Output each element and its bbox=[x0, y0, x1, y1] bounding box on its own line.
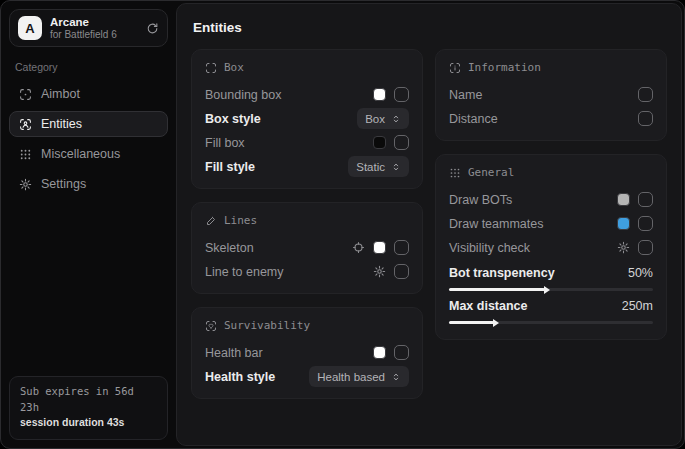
setting-row: Fill style Static bbox=[205, 156, 409, 177]
gear-icon[interactable] bbox=[617, 241, 630, 254]
health-bar-checkbox[interactable] bbox=[394, 345, 409, 360]
sub-expires-text: Sub expires in 56d 23h bbox=[20, 384, 157, 416]
sidebar-item-label: Aimbot bbox=[41, 87, 80, 101]
max-distance-slider[interactable] bbox=[449, 321, 653, 324]
app-logo: A bbox=[18, 16, 42, 40]
health-style-select[interactable]: Health based bbox=[309, 366, 409, 387]
color-swatch[interactable] bbox=[617, 193, 630, 206]
setting-row: Bot transpenency 50% bbox=[449, 266, 653, 291]
setting-label: Health style bbox=[205, 370, 275, 384]
information-section: Information Name Distance bbox=[435, 49, 667, 141]
setting-row: Skeleton bbox=[205, 237, 409, 258]
color-swatch[interactable] bbox=[373, 136, 386, 149]
sidebar-item-aimbot[interactable]: Aimbot bbox=[9, 81, 168, 107]
sidebar-item-label: Entities bbox=[41, 117, 82, 131]
grid-icon bbox=[449, 167, 461, 179]
slider-fill[interactable] bbox=[449, 288, 545, 291]
subscription-info: Sub expires in 56d 23h session duration … bbox=[9, 376, 168, 440]
account-card[interactable]: A Arcane for Battlefield 6 bbox=[9, 9, 168, 47]
setting-row: Health bar bbox=[205, 342, 409, 363]
page-title: Entities bbox=[193, 20, 665, 35]
setting-row: Bounding box bbox=[205, 84, 409, 105]
fill-style-select[interactable]: Static bbox=[348, 156, 409, 177]
sidebar-item-settings[interactable]: Settings bbox=[9, 171, 168, 197]
setting-label: Health bar bbox=[205, 346, 263, 360]
setting-row: Draw teammates bbox=[449, 213, 653, 234]
draw-teammates-checkbox[interactable] bbox=[638, 216, 653, 231]
setting-label: Fill style bbox=[205, 160, 255, 174]
person-scan-icon bbox=[19, 118, 32, 131]
sidebar-item-miscellaneous[interactable]: Miscellaneous bbox=[9, 141, 168, 167]
app-window: A Arcane for Battlefield 6 Category Aimb… bbox=[0, 0, 685, 449]
color-swatch[interactable] bbox=[373, 88, 386, 101]
app-subtitle: for Battlefield 6 bbox=[50, 29, 138, 41]
slider-value: 50% bbox=[628, 266, 653, 280]
chevron-updown-icon bbox=[391, 372, 401, 382]
app-name: Arcane bbox=[50, 16, 138, 29]
color-swatch[interactable] bbox=[373, 241, 386, 254]
setting-label: Visibility check bbox=[449, 241, 530, 255]
box-section: Box Bounding box Box style Box bbox=[191, 49, 423, 189]
gear-icon bbox=[19, 178, 32, 191]
color-swatch[interactable] bbox=[617, 217, 630, 230]
brackets-icon bbox=[205, 62, 217, 74]
fill-box-checkbox[interactable] bbox=[394, 135, 409, 150]
reticle-icon[interactable] bbox=[352, 241, 365, 254]
setting-row: Distance bbox=[449, 108, 653, 129]
setting-row: Fill box bbox=[205, 132, 409, 153]
setting-label: Line to enemy bbox=[205, 265, 284, 279]
sidebar-item-label: Miscellaneous bbox=[41, 147, 120, 161]
sidebar-item-entities[interactable]: Entities bbox=[9, 111, 168, 137]
slider-value: 250m bbox=[622, 299, 653, 313]
box-style-select[interactable]: Box bbox=[357, 108, 409, 129]
setting-row: Line to enemy bbox=[205, 261, 409, 282]
heart-scan-icon bbox=[205, 320, 217, 332]
section-title: Survivability bbox=[224, 319, 310, 332]
name-checkbox[interactable] bbox=[638, 87, 653, 102]
refresh-icon[interactable] bbox=[146, 22, 159, 35]
gear-icon[interactable] bbox=[373, 265, 386, 278]
category-label: Category bbox=[15, 61, 162, 73]
bounding-box-checkbox[interactable] bbox=[394, 87, 409, 102]
section-title: General bbox=[468, 166, 514, 179]
line-to-enemy-checkbox[interactable] bbox=[394, 264, 409, 279]
setting-label: Bot transpenency bbox=[449, 266, 555, 280]
setting-row: Health style Health based bbox=[205, 366, 409, 387]
color-swatch[interactable] bbox=[373, 346, 386, 359]
setting-label: Draw BOTs bbox=[449, 193, 512, 207]
section-title: Lines bbox=[224, 214, 257, 227]
visibility-check-checkbox[interactable] bbox=[638, 240, 653, 255]
sidebar: A Arcane for Battlefield 6 Category Aimb… bbox=[1, 1, 176, 448]
crosshair-icon bbox=[19, 88, 32, 101]
slider-fill[interactable] bbox=[449, 321, 494, 324]
setting-label: Name bbox=[449, 88, 482, 102]
draw-bots-checkbox[interactable] bbox=[638, 192, 653, 207]
setting-label: Max distance bbox=[449, 299, 528, 313]
setting-label: Bounding box bbox=[205, 88, 281, 102]
lines-section: Lines Skeleton Line to enemy bbox=[191, 202, 423, 294]
bot-transparency-slider[interactable] bbox=[449, 288, 653, 291]
section-title: Information bbox=[468, 61, 541, 74]
section-title: Box bbox=[224, 61, 244, 74]
distance-checkbox[interactable] bbox=[638, 111, 653, 126]
setting-row: Visibility check bbox=[449, 237, 653, 258]
main-panel: Entities Box Bounding box bbox=[176, 3, 682, 446]
general-section: General Draw BOTs Draw teammates bbox=[435, 154, 667, 340]
setting-row: Draw BOTs bbox=[449, 189, 653, 210]
chevron-updown-icon bbox=[391, 114, 401, 124]
sidebar-nav: Aimbot Entities Miscellaneous Settings bbox=[9, 81, 168, 197]
setting-label: Distance bbox=[449, 112, 498, 126]
skeleton-checkbox[interactable] bbox=[394, 240, 409, 255]
sidebar-item-label: Settings bbox=[41, 177, 86, 191]
setting-label: Skeleton bbox=[205, 241, 254, 255]
setting-row: Max distance 250m bbox=[449, 299, 653, 324]
pencil-icon bbox=[205, 215, 217, 227]
setting-label: Box style bbox=[205, 112, 261, 126]
setting-row: Box style Box bbox=[205, 108, 409, 129]
info-scan-icon bbox=[449, 62, 461, 74]
session-duration-text: session duration 43s bbox=[20, 415, 157, 431]
setting-label: Fill box bbox=[205, 136, 245, 150]
grid-icon bbox=[19, 148, 32, 161]
chevron-updown-icon bbox=[391, 162, 401, 172]
setting-label: Draw teammates bbox=[449, 217, 543, 231]
